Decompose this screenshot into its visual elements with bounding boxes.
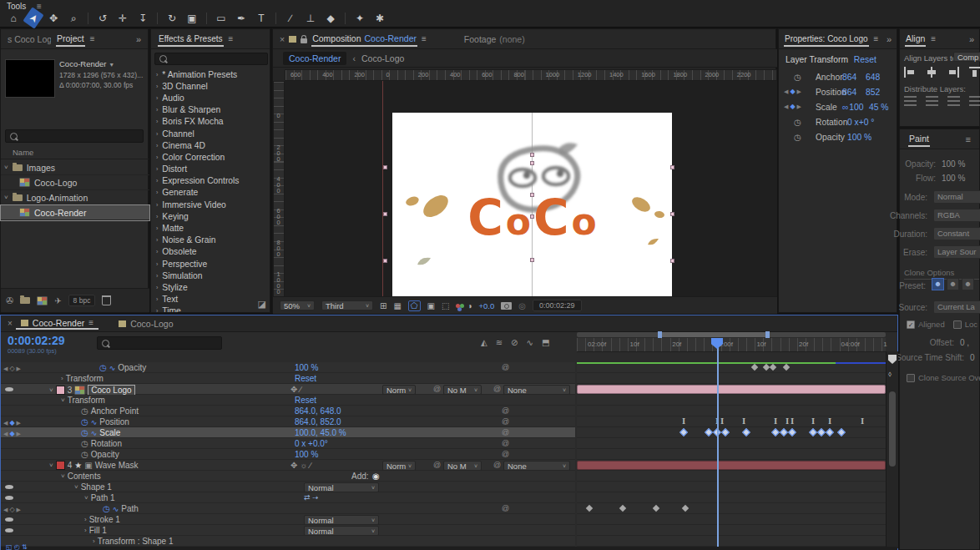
snapshot-icon[interactable]: [501, 302, 512, 310]
clone-source-select[interactable]: Current La: [933, 300, 980, 314]
lock-icon[interactable]: [301, 38, 307, 43]
camera-tool[interactable]: ▣: [184, 11, 200, 25]
pan-camera-tool[interactable]: ✛: [114, 11, 131, 25]
align-horizontal-center-icon[interactable]: [926, 67, 938, 78]
effects-category[interactable]: ›Keying: [151, 210, 271, 222]
position-x-value[interactable]: 864: [842, 88, 856, 97]
property-row-opacity[interactable]: ◷Opacity 100 % @: [1, 449, 575, 460]
shy-layers-toggle-icon[interactable]: ◭: [481, 338, 487, 347]
pickwhip-icon[interactable]: @: [493, 385, 501, 393]
effects-category[interactable]: ›Perspective: [151, 258, 271, 270]
close-tab-icon[interactable]: ×: [280, 34, 285, 44]
selection-handle[interactable]: [383, 259, 387, 263]
keyframe[interactable]: I: [682, 417, 685, 426]
effects-category[interactable]: ›3D Channel: [151, 80, 271, 92]
effects-category[interactable]: ›Expression Controls: [151, 175, 271, 187]
project-tree-folder[interactable]: ˅Logo-Animation: [1, 190, 149, 205]
track-matte-dropdown[interactable]: No M˅: [443, 385, 482, 395]
group-row-fill-1[interactable]: ›Fill 1 Normal˅: [1, 525, 575, 536]
lock-source-time-checkbox[interactable]: [953, 320, 962, 329]
puppet-pin-tool[interactable]: ✱: [371, 11, 388, 25]
eye-icon[interactable]: [5, 387, 13, 391]
clone-preset-2[interactable]: ☻: [947, 278, 959, 290]
pickwhip-icon[interactable]: @: [493, 461, 501, 469]
tab-effect-controls[interactable]: s Coco Logo: [8, 34, 51, 44]
clone-preset-1[interactable]: ☻: [932, 278, 944, 290]
eye-icon[interactable]: [5, 485, 13, 489]
transparency-grid-icon[interactable]: ▦: [393, 301, 401, 310]
paint-duration-select[interactable]: Constant: [933, 227, 980, 240]
opacity-value[interactable]: 100 %: [847, 133, 871, 142]
property-row-path[interactable]: ◀◇▶ ◷∿Path @: [1, 503, 575, 514]
color-depth-button[interactable]: 8 bpc: [68, 295, 96, 306]
layer-switches[interactable]: ✥ ☼ ∕: [290, 461, 311, 470]
stroke-blend-mode-dropdown[interactable]: Normal˅: [304, 515, 379, 525]
rectangle-tool[interactable]: ▭: [213, 11, 230, 25]
effects-category[interactable]: ›Cinema 4D: [151, 139, 271, 151]
frame-blend-toggle-icon[interactable]: ≋: [496, 338, 503, 347]
effects-category[interactable]: ›Text: [151, 294, 271, 305]
group-row-transform-collapsed[interactable]: ›Transform Reset: [1, 373, 575, 384]
work-area-bar[interactable]: [577, 332, 886, 337]
exposure-icon[interactable]: ◑: [467, 301, 472, 310]
keyframe[interactable]: I: [791, 417, 794, 426]
work-area-start-handle[interactable]: [658, 331, 662, 338]
properties-panel-expand-icon[interactable]: »: [887, 34, 892, 44]
keyframe-nav[interactable]: ◀◆▶: [784, 88, 801, 95]
group-row-transform-shape-1[interactable]: ›Transform : Shape 1: [1, 536, 575, 547]
transform-reset-button[interactable]: Reset: [854, 55, 876, 64]
show-snapshot-icon[interactable]: ◎: [518, 301, 526, 310]
crop-region-icon[interactable]: ⬚: [442, 301, 449, 310]
stopwatch-icon[interactable]: ◷: [794, 73, 801, 82]
path-direction-icons[interactable]: ⇄ ⇢: [304, 493, 319, 502]
rotation-tool[interactable]: ↻: [164, 11, 180, 25]
reset-link[interactable]: Reset: [295, 374, 316, 383]
selection-handle[interactable]: [530, 161, 534, 165]
eye-icon[interactable]: [5, 528, 13, 532]
selection-handle[interactable]: [530, 153, 534, 157]
comp-timecode[interactable]: 0:00:02:29: [533, 300, 582, 311]
project-panel-expand-icon[interactable]: »: [136, 34, 141, 44]
clone-preset-3[interactable]: ☻: [962, 278, 974, 290]
layer-bar-coco-logo[interactable]: [577, 385, 886, 394]
brainstorm-icon[interactable]: ⬒: [542, 338, 549, 347]
parent-dropdown[interactable]: None˅: [503, 461, 570, 471]
project-tree-item[interactable]: Coco-Logo: [1, 175, 149, 190]
stopwatch-icon[interactable]: ◷: [794, 133, 801, 142]
breadcrumb-parent[interactable]: Coco-Logo: [361, 53, 404, 63]
keyframe-nav[interactable]: ◀◇▶: [3, 506, 21, 513]
blend-mode-dropdown[interactable]: Norm˅: [382, 385, 416, 395]
layer-name[interactable]: Wave Mask: [95, 461, 139, 470]
property-row-opacity-upper[interactable]: ◀◇▶ ◷∿Opacity 100 % @: [1, 362, 575, 373]
selection-handle[interactable]: [670, 165, 674, 169]
resolution-dropdown[interactable]: Third˅: [321, 300, 373, 310]
effects-category[interactable]: ›Audio: [151, 92, 271, 103]
property-value[interactable]: 0 x +0.0°: [295, 439, 328, 448]
position-y-value[interactable]: 852: [866, 88, 880, 97]
pickwhip-icon[interactable]: @: [502, 363, 509, 371]
effects-category[interactable]: ›Blur & Sharpen: [151, 104, 271, 116]
pickwhip-icon[interactable]: @: [502, 406, 509, 415]
property-value[interactable]: 864.0, 852.0: [295, 417, 341, 426]
project-tree-folder[interactable]: ˅Images: [1, 160, 149, 175]
blend-mode-dropdown[interactable]: Norm˅: [382, 461, 416, 471]
align-panel-expand-icon[interactable]: »: [969, 34, 974, 44]
selection-handle[interactable]: [383, 212, 387, 216]
selection-handle[interactable]: [530, 214, 534, 219]
timeline-tab-coco-logo[interactable]: Coco-Logo: [114, 319, 178, 329]
home-tool[interactable]: ⌂: [5, 11, 22, 25]
scale-x-value[interactable]: 100: [842, 103, 864, 112]
effects-category[interactable]: ›Distort: [151, 164, 271, 175]
property-row-position[interactable]: ◀◆▶ ◷∿Position 864.0, 852.0 @: [1, 416, 575, 427]
shape-blend-mode-dropdown[interactable]: Normal˅: [304, 482, 379, 492]
type-tool[interactable]: T: [253, 11, 270, 25]
grid-guides-icon[interactable]: ⊞: [380, 301, 386, 310]
group-row-transform[interactable]: ˅Transform Reset: [1, 395, 575, 406]
source-time-shift-value[interactable]: 0: [970, 353, 975, 362]
align-right-icon[interactable]: [947, 67, 960, 78]
clone-source-overlay-checkbox[interactable]: [907, 374, 915, 382]
property-value[interactable]: 100.0, 45.0 %: [295, 428, 346, 437]
keyframe-nav[interactable]: ◀◇▶: [3, 365, 21, 372]
pickwhip-icon[interactable]: @: [433, 385, 441, 393]
effects-category[interactable]: ›Simulation: [151, 270, 271, 281]
